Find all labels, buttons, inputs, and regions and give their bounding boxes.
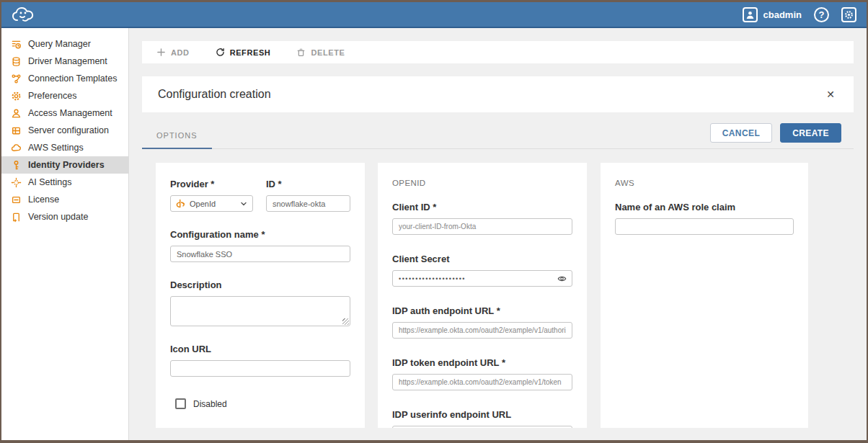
identity-providers-key-icon bbox=[11, 160, 22, 171]
openid-section-label: OPENID bbox=[392, 179, 572, 187]
idp-auth-endpoint-input[interactable] bbox=[392, 322, 572, 339]
sidebar-item-label: AWS Settings bbox=[28, 143, 84, 153]
sidebar-item-label: Preferences bbox=[28, 91, 76, 101]
query-manager-icon bbox=[11, 39, 22, 50]
sidebar-item-license[interactable]: License bbox=[1, 191, 128, 208]
aws-settings-card: AWS Name of an AWS role claim bbox=[601, 163, 808, 428]
driver-management-icon bbox=[11, 56, 22, 67]
tab-options-label: OPTIONS bbox=[156, 131, 198, 140]
client-id-label: Client ID * bbox=[392, 202, 572, 212]
disabled-checkbox[interactable] bbox=[175, 398, 186, 409]
client-secret-label: Client Secret bbox=[392, 254, 572, 264]
top-bar: cbadmin ? bbox=[1, 2, 867, 28]
version-update-icon bbox=[11, 212, 22, 223]
main-content: ADD REFRESH DELETE Configuration cr bbox=[129, 28, 867, 440]
preferences-gear-icon bbox=[11, 91, 22, 102]
icon-url-label: Icon URL bbox=[170, 344, 350, 354]
refresh-icon bbox=[216, 48, 225, 57]
aws-cloud-icon bbox=[11, 143, 22, 153]
client-secret-input[interactable] bbox=[392, 270, 572, 287]
sidebar-item-connection-templates[interactable]: Connection Templates bbox=[1, 70, 128, 87]
delete-label: DELETE bbox=[311, 48, 345, 57]
idp-auth-endpoint-label: IDP auth endpoint URL * bbox=[392, 305, 572, 316]
sidebar-item-version-update[interactable]: Version update bbox=[1, 208, 128, 225]
admin-sidebar: Query Manager Driver Management Connecti… bbox=[1, 28, 129, 440]
plus-icon bbox=[156, 48, 166, 57]
sidebar-item-label: Server configuration bbox=[28, 125, 109, 135]
provider-value: OpenId bbox=[190, 200, 216, 208]
cloudbeaver-logo-icon bbox=[10, 4, 42, 24]
sidebar-item-label: Driver Management bbox=[28, 56, 107, 66]
sidebar-item-access-management[interactable]: Access Management bbox=[1, 104, 128, 122]
user-menu[interactable]: cbadmin bbox=[743, 7, 802, 22]
access-management-person-icon bbox=[11, 108, 22, 119]
refresh-button[interactable]: REFRESH bbox=[216, 48, 271, 57]
topbar-actions: cbadmin ? bbox=[743, 7, 856, 22]
connection-templates-icon bbox=[11, 73, 22, 84]
idp-userinfo-endpoint-label: IDP userinfo endpoint URL bbox=[392, 409, 572, 420]
license-icon bbox=[11, 194, 22, 205]
openid-settings-card: OPENID Client ID * Client Secret bbox=[378, 163, 587, 428]
sidebar-item-label: Access Management bbox=[28, 108, 112, 118]
resize-handle[interactable] bbox=[342, 318, 349, 325]
ai-settings-icon bbox=[11, 177, 22, 188]
icon-url-input[interactable] bbox=[170, 360, 350, 377]
description-label: Description bbox=[170, 279, 350, 290]
settings-gear-icon[interactable] bbox=[841, 7, 856, 22]
user-avatar-icon bbox=[743, 7, 758, 22]
id-label: ID * bbox=[266, 179, 350, 189]
configuration-form: Provider * OpenId ID * bbox=[156, 163, 854, 428]
sidebar-item-driver-management[interactable]: Driver Management bbox=[1, 53, 128, 70]
sidebar-item-label: Identity Providers bbox=[28, 160, 105, 170]
aws-role-claim-label: Name of an AWS role claim bbox=[615, 202, 794, 212]
provider-label: Provider * bbox=[170, 179, 253, 189]
server-configuration-icon bbox=[11, 125, 22, 136]
sidebar-item-identity-providers[interactable]: Identity Providers bbox=[1, 156, 128, 174]
sidebar-item-ai-settings[interactable]: AI Settings bbox=[1, 174, 128, 191]
app-window: cbadmin ? Query Manager bbox=[0, 0, 868, 443]
idp-token-endpoint-input[interactable] bbox=[392, 374, 572, 390]
trash-icon bbox=[296, 48, 306, 57]
configuration-name-label: Configuration name * bbox=[170, 229, 350, 240]
configuration-name-input[interactable] bbox=[170, 246, 350, 262]
cancel-button[interactable]: CANCEL bbox=[710, 123, 772, 143]
provider-select[interactable]: OpenId bbox=[170, 195, 253, 212]
tabs-row: OPTIONS CANCEL CREATE bbox=[142, 123, 854, 149]
id-input[interactable] bbox=[266, 195, 350, 212]
openid-icon bbox=[176, 199, 185, 208]
client-id-input[interactable] bbox=[392, 218, 572, 235]
add-button[interactable]: ADD bbox=[156, 48, 190, 57]
aws-role-claim-input[interactable] bbox=[615, 218, 794, 235]
sidebar-item-label: Connection Templates bbox=[28, 73, 117, 84]
tab-options[interactable]: OPTIONS bbox=[142, 123, 212, 149]
user-name: cbadmin bbox=[763, 9, 802, 20]
close-icon[interactable]: ✕ bbox=[823, 86, 838, 103]
sidebar-item-label: AI Settings bbox=[28, 177, 71, 187]
sidebar-item-query-manager[interactable]: Query Manager bbox=[1, 35, 128, 53]
sidebar-item-label: License bbox=[28, 194, 59, 205]
app-body: Query Manager Driver Management Connecti… bbox=[1, 28, 867, 440]
idp-userinfo-endpoint-input[interactable] bbox=[392, 426, 572, 428]
form-actions: CANCEL CREATE bbox=[710, 123, 854, 143]
disabled-label: Disabled bbox=[193, 399, 227, 409]
sidebar-item-label: Version update bbox=[28, 212, 88, 222]
description-textarea[interactable] bbox=[170, 296, 350, 326]
sidebar-item-aws-settings[interactable]: AWS Settings bbox=[1, 139, 128, 156]
sidebar-item-preferences[interactable]: Preferences bbox=[1, 87, 128, 104]
refresh-label: REFRESH bbox=[230, 48, 271, 57]
page-title: Configuration creation bbox=[158, 88, 271, 101]
aws-section-label: AWS bbox=[615, 179, 794, 187]
providers-toolbar: ADD REFRESH DELETE bbox=[142, 41, 854, 63]
delete-button[interactable]: DELETE bbox=[296, 48, 345, 57]
general-settings-card: Provider * OpenId ID * bbox=[156, 163, 365, 428]
chevron-down-icon bbox=[240, 200, 247, 207]
show-password-eye-icon[interactable] bbox=[557, 274, 567, 283]
sidebar-item-server-configuration[interactable]: Server configuration bbox=[1, 122, 128, 139]
create-button[interactable]: CREATE bbox=[780, 123, 841, 143]
sidebar-item-label: Query Manager bbox=[28, 39, 91, 49]
help-glyph: ? bbox=[819, 9, 825, 20]
help-icon[interactable]: ? bbox=[814, 7, 829, 22]
add-label: ADD bbox=[171, 48, 190, 57]
configuration-creation-header: Configuration creation ✕ bbox=[142, 76, 854, 112]
idp-token-endpoint-label: IDP token endpoint URL * bbox=[392, 357, 572, 368]
